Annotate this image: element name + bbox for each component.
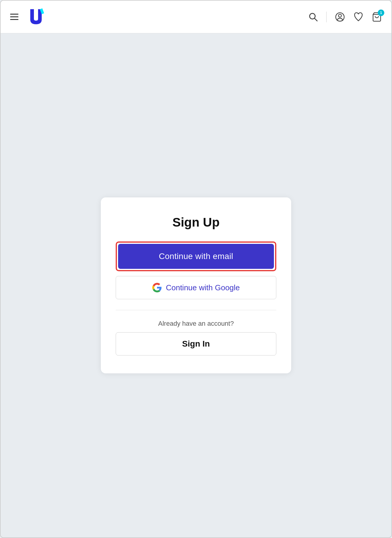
continue-with-email-button[interactable]: Continue with email [118, 244, 274, 269]
logo[interactable] [26, 7, 46, 27]
wishlist-button[interactable] [353, 12, 363, 22]
google-button-label: Continue with Google [166, 283, 240, 292]
heart-icon [353, 12, 363, 22]
card-title: Sign Up [173, 215, 220, 230]
header-right: 1 [308, 12, 382, 22]
already-account-text: Already have an account? [158, 320, 234, 328]
google-logo-icon [152, 283, 162, 292]
svg-line-1 [315, 18, 317, 21]
cart-badge: 1 [378, 10, 384, 16]
continue-with-google-button[interactable]: Continue with Google [116, 276, 276, 299]
hamburger-menu-button[interactable] [10, 14, 18, 20]
email-button-highlight: Continue with email [116, 241, 276, 271]
search-icon [308, 12, 318, 22]
account-button[interactable] [335, 12, 345, 22]
svg-point-3 [338, 14, 341, 17]
sign-in-button[interactable]: Sign In [116, 332, 276, 355]
cart-button[interactable]: 1 [372, 12, 382, 22]
person-icon [335, 12, 345, 22]
section-divider [116, 310, 276, 310]
main-content: Sign Up Continue with email Continue wit… [1, 33, 391, 537]
header-left [10, 7, 46, 27]
header-divider [326, 12, 327, 22]
search-button[interactable] [308, 12, 318, 22]
app-header: 1 [1, 1, 391, 33]
hamburger-icon [10, 14, 18, 20]
signup-card: Sign Up Continue with email Continue wit… [101, 197, 291, 373]
